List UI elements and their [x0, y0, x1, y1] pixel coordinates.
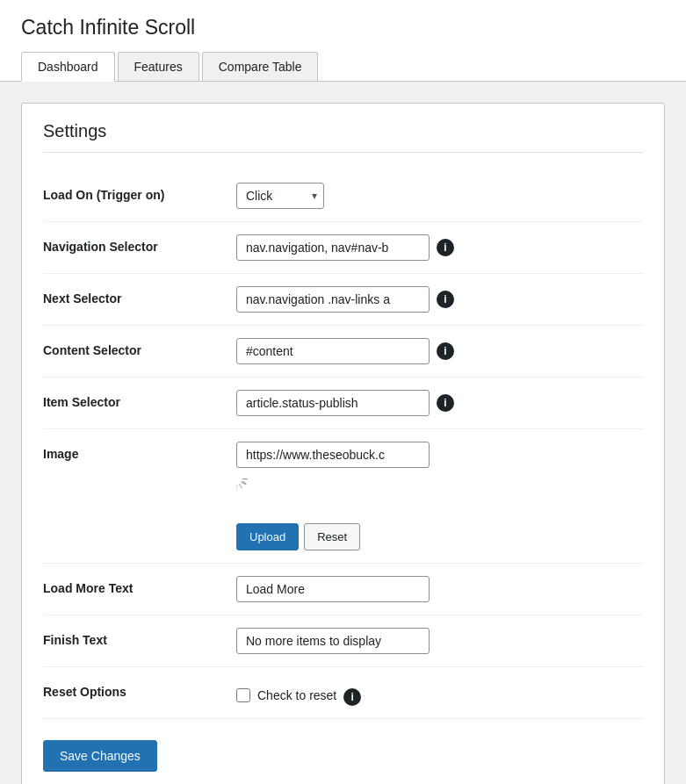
field-finish-text: Finish Text: [43, 615, 643, 667]
field-content-selector-input: i: [236, 338, 643, 364]
field-reset-options: Reset Options Check to reset i: [43, 667, 643, 719]
load-on-select-wrapper: Click Scroll Both ▾: [236, 183, 324, 209]
save-changes-button[interactable]: Save Changes: [43, 740, 157, 772]
next-selector-input[interactable]: [236, 286, 430, 313]
field-next-selector: Next Selector i: [43, 274, 643, 326]
settings-card: Settings Load On (Trigger on) Click Scro…: [21, 103, 665, 784]
reset-options-wrapper: Check to reset i: [236, 680, 361, 706]
field-image-input: Upload Reset: [236, 442, 643, 550]
field-load-on-input: Click Scroll Both ▾: [236, 183, 643, 209]
next-selector-info-icon[interactable]: i: [437, 291, 454, 308]
item-selector-input[interactable]: [236, 390, 430, 416]
loading-spinner-icon: [236, 478, 268, 510]
reset-options-checkbox[interactable]: [236, 688, 250, 702]
reset-options-info-icon[interactable]: i: [343, 688, 361, 706]
spinner-container: [236, 475, 430, 516]
item-selector-info-icon[interactable]: i: [437, 394, 454, 412]
upload-button[interactable]: Upload: [236, 523, 299, 550]
field-load-more-text: Load More Text: [43, 564, 643, 615]
field-item-selector: Item Selector i: [43, 378, 643, 429]
reset-options-checkbox-label: Check to reset: [257, 688, 336, 702]
settings-title: Settings: [43, 121, 643, 153]
field-finish-text-input: [236, 628, 643, 654]
label-navigation-selector: Navigation Selector: [43, 234, 236, 254]
tab-compare-table[interactable]: Compare Table: [202, 52, 319, 81]
image-button-group: Upload Reset: [236, 523, 430, 550]
field-image: Image: [43, 429, 643, 564]
tab-dashboard[interactable]: Dashboard: [21, 52, 115, 82]
svg-line-1: [242, 481, 246, 483]
label-load-on: Load On (Trigger on): [43, 183, 236, 202]
label-load-more-text: Load More Text: [43, 576, 236, 595]
navigation-selector-input[interactable]: [236, 234, 430, 261]
load-more-text-input[interactable]: [236, 576, 430, 602]
label-reset-options: Reset Options: [43, 680, 236, 699]
field-next-selector-input: i: [236, 286, 643, 313]
label-item-selector: Item Selector: [43, 390, 236, 409]
field-load-more-text-input: [236, 576, 643, 602]
image-url-input[interactable]: [236, 442, 430, 468]
field-reset-options-input: Check to reset i: [236, 680, 643, 706]
load-on-select[interactable]: Click Scroll Both: [236, 183, 324, 209]
navigation-selector-info-icon[interactable]: i: [437, 239, 454, 256]
field-navigation-selector-input: i: [236, 234, 643, 261]
finish-text-input[interactable]: [236, 628, 430, 654]
save-button-wrap: Save Changes: [43, 740, 643, 772]
field-content-selector: Content Selector i: [43, 326, 643, 378]
content-selector-info-icon[interactable]: i: [437, 342, 454, 360]
label-finish-text: Finish Text: [43, 628, 236, 647]
field-item-selector-input: i: [236, 390, 643, 416]
svg-line-2: [241, 484, 242, 486]
reset-image-button[interactable]: Reset: [304, 523, 360, 550]
image-section: Upload Reset: [236, 442, 430, 550]
tab-features[interactable]: Features: [118, 52, 199, 81]
label-next-selector: Next Selector: [43, 286, 236, 306]
label-content-selector: Content Selector: [43, 338, 236, 357]
svg-line-3: [237, 486, 238, 489]
field-navigation-selector: Navigation Selector i: [43, 222, 643, 274]
label-image: Image: [43, 442, 236, 461]
field-load-on: Load On (Trigger on) Click Scroll Both ▾: [43, 170, 643, 222]
main-content: Settings Load On (Trigger on) Click Scro…: [0, 82, 686, 784]
page-title: Catch Infinite Scroll: [21, 16, 665, 40]
page-header: Catch Infinite Scroll Dashboard Features…: [0, 0, 686, 82]
content-selector-input[interactable]: [236, 338, 430, 364]
tabs-container: Dashboard Features Compare Table: [21, 52, 665, 81]
